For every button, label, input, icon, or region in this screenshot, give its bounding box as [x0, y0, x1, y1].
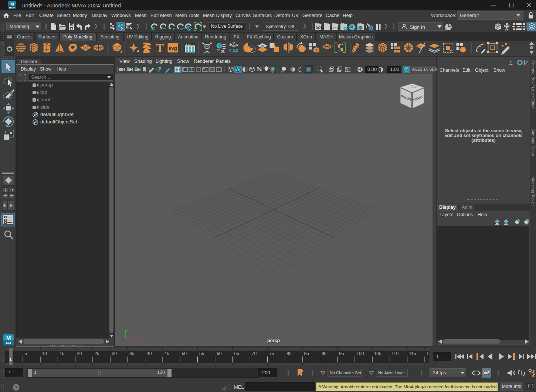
svg-text:110: 110 — [391, 351, 398, 356]
svg-text:50: 50 — [182, 351, 187, 356]
svg-text:25: 25 — [94, 351, 99, 356]
svg-text:T: T — [218, 68, 220, 72]
svg-text:?: ? — [15, 385, 18, 390]
svg-text:40: 40 — [147, 351, 152, 356]
svg-text:15: 15 — [60, 351, 65, 356]
svg-text:IPR: IPR — [333, 26, 338, 30]
svg-text:z: z — [121, 337, 123, 342]
svg-text:120: 120 — [427, 351, 429, 356]
svg-text:80: 80 — [286, 351, 292, 356]
svg-text:svg: svg — [169, 45, 177, 51]
svg-text:10: 10 — [42, 351, 47, 356]
svg-text:T: T — [156, 41, 164, 55]
svg-text:90: 90 — [322, 351, 327, 356]
svg-text:35: 35 — [129, 351, 135, 356]
svg-text:y: y — [125, 328, 127, 333]
svg-text:20: 20 — [77, 351, 82, 356]
svg-text:85: 85 — [304, 351, 309, 356]
svg-text:M: M — [6, 335, 11, 341]
svg-text:75: 75 — [269, 351, 274, 356]
svg-text:95: 95 — [339, 351, 344, 356]
svg-text:70: 70 — [252, 351, 257, 356]
svg-text:0,0,0: 0,0,0 — [229, 48, 238, 53]
svg-text:65: 65 — [234, 351, 240, 356]
svg-text:45: 45 — [164, 351, 170, 356]
svg-text:115: 115 — [409, 351, 416, 356]
svg-text:60: 60 — [217, 351, 222, 356]
svg-text:x: x — [444, 27, 447, 31]
svg-text:30: 30 — [112, 351, 117, 356]
svg-text:105: 105 — [374, 351, 381, 356]
svg-text:MAYA: MAYA — [9, 7, 16, 9]
svg-text:x: x — [135, 338, 137, 342]
svg-text:M: M — [10, 2, 14, 6]
svg-text:100: 100 — [356, 351, 364, 356]
svg-text:AYA: AYA — [6, 341, 11, 345]
svg-text:ON: ON — [404, 68, 408, 71]
svg-text:5: 5 — [24, 351, 27, 356]
svg-text:55: 55 — [199, 351, 204, 356]
